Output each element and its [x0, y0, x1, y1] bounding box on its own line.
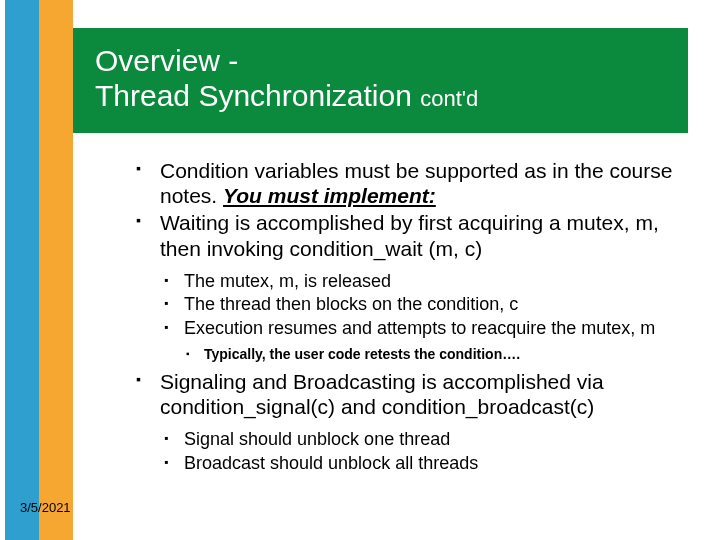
title-suffix: cont'd: [420, 86, 478, 111]
bullet-text: The mutex, m, is released: [184, 271, 391, 291]
list-item: Typically, the user code retests the con…: [184, 346, 695, 364]
sub-sub-bullet-list: Typically, the user code retests the con…: [184, 346, 695, 364]
bullet-text: Signaling and Broadcasting is accomplish…: [160, 370, 604, 418]
list-item: Condition variables must be supported as…: [130, 158, 695, 208]
bullet-text: Typically, the user code retests the con…: [204, 346, 520, 362]
bullet-text: Signal should unblock one thread: [184, 429, 450, 449]
sub-bullet-list: Signal should unblock one thread Broadca…: [160, 429, 695, 474]
bullet-emph: You must implement:: [223, 184, 436, 207]
bullet-list: Condition variables must be supported as…: [130, 158, 695, 261]
accent-bar-orange: [39, 0, 73, 540]
bullet-text: Waiting is accomplished by first acquiri…: [160, 211, 659, 259]
bullet-text: Execution resumes and attempts to reacqu…: [184, 318, 655, 338]
list-item: Signaling and Broadcasting is accomplish…: [130, 369, 695, 419]
bullet-list: Signaling and Broadcasting is accomplish…: [130, 369, 695, 419]
list-item: Signal should unblock one thread: [160, 429, 695, 451]
slide-date: 3/5/2021: [20, 500, 71, 515]
sub-bullet-list: The mutex, m, is released The thread the…: [160, 271, 695, 340]
list-item: The thread then blocks on the condition,…: [160, 294, 695, 316]
content-area: Condition variables must be supported as…: [130, 158, 695, 481]
title-line-2: Thread Synchronization cont'd: [95, 79, 666, 114]
bullet-text: Broadcast should unblock all threads: [184, 453, 478, 473]
accent-bar-blue: [5, 0, 39, 540]
title-main: Thread Synchronization: [95, 79, 420, 112]
title-line-1: Overview -: [95, 44, 666, 79]
list-item: Execution resumes and attempts to reacqu…: [160, 318, 695, 340]
list-item: The mutex, m, is released: [160, 271, 695, 293]
title-box: Overview - Thread Synchronization cont'd: [73, 28, 688, 133]
list-item: Waiting is accomplished by first acquiri…: [130, 210, 695, 260]
list-item: Broadcast should unblock all threads: [160, 453, 695, 475]
bullet-text: The thread then blocks on the condition,…: [184, 294, 518, 314]
